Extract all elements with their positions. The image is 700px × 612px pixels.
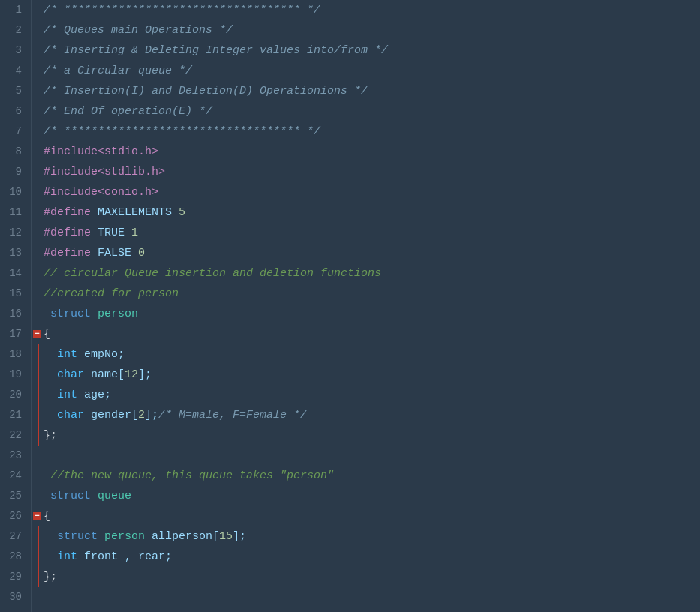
token-comment: /* a Circular queue */ — [44, 61, 192, 81]
token-define-val: 5 — [179, 202, 185, 223]
code-line-18: int empNo; — [44, 344, 700, 364]
token-identifier: ]; — [138, 364, 152, 385]
token-line-comment: //created for person — [44, 284, 179, 304]
line-number-20: 20 — [6, 385, 22, 405]
token-comment: /* Queues main Operations */ — [44, 20, 233, 40]
line-number-7: 7 — [6, 122, 22, 142]
token-type: char — [57, 405, 91, 425]
line-number-16: 16 — [6, 304, 22, 324]
line-number-12: 12 — [6, 223, 22, 243]
token-plain — [44, 466, 50, 486]
token-identifier: allperson[ — [152, 526, 219, 547]
line-number-2: 2 — [6, 20, 22, 40]
code-line-1: /* *********************************** *… — [44, 0, 700, 20]
line-number-19: 19 — [6, 364, 22, 385]
token-type: int — [57, 385, 84, 405]
block-border-18 — [38, 344, 39, 364]
code-line-20: int age; — [44, 385, 700, 405]
token-identifier: front , rear; — [84, 547, 172, 567]
token-plain — [44, 405, 57, 425]
token-plain — [44, 304, 50, 324]
code-line-12: #define TRUE 1 — [44, 223, 700, 243]
token-keyword-struct: struct — [50, 486, 98, 506]
code-line-24: //the new queue, this queue takes "perso… — [44, 466, 700, 486]
token-type: char — [57, 364, 91, 385]
token-comment: /* *********************************** *… — [44, 0, 320, 20]
code-line-19: char name[12]; — [44, 364, 700, 385]
token-comment: /* M=male, F=Female */ — [158, 405, 307, 425]
token-plain — [44, 547, 57, 567]
token-struct-name: person — [104, 526, 152, 547]
line-number-17: 17 — [6, 324, 22, 344]
token-identifier: name[ — [91, 364, 125, 385]
line-number-24: 24 — [6, 466, 22, 486]
line-number-14: 14 — [6, 263, 22, 284]
line-number-27: 27 — [6, 526, 22, 547]
code-line-25: struct queue — [44, 486, 700, 506]
code-line-9: #include<stdlib.h> — [44, 162, 700, 182]
token-plain: { — [44, 324, 50, 344]
token-number: 15 — [219, 526, 233, 547]
line-number-3: 3 — [6, 40, 22, 61]
token-identifier: age; — [84, 385, 111, 405]
line-number-6: 6 — [6, 101, 22, 122]
fold-marker-26[interactable]: − — [33, 512, 41, 520]
token-plain — [44, 486, 50, 506]
block-border-27 — [38, 526, 39, 547]
code-line-10: #include<conio.h> — [44, 182, 700, 202]
token-preprocessor: #include<stdlib.h> — [44, 162, 165, 182]
code-content: /* *********************************** *… — [32, 0, 700, 612]
token-plain — [44, 526, 57, 547]
line-number-29: 29 — [6, 567, 22, 587]
token-comment: /* End Of operation(E) */ — [44, 101, 212, 122]
line-number-26: 26 — [6, 506, 22, 526]
code-line-7: /* *********************************** *… — [44, 122, 700, 142]
code-line-26: −{ — [44, 506, 700, 526]
line-number-15: 15 — [6, 284, 22, 304]
code-line-27: struct person allperson[15]; — [44, 526, 700, 547]
code-line-5: /* Insertion(I) and Deletion(D) Operatio… — [44, 81, 700, 101]
token-type: int — [57, 344, 84, 364]
token-identifier: ]; — [145, 405, 158, 425]
code-line-6: /* End Of operation(E) */ — [44, 101, 700, 122]
token-plain — [44, 364, 57, 385]
line-number-9: 9 — [6, 162, 22, 182]
token-comment: /* Insertion(I) and Deletion(D) Operatio… — [44, 81, 368, 101]
code-line-23 — [44, 446, 700, 466]
line-number-5: 5 — [6, 81, 22, 101]
code-line-30 — [44, 587, 700, 608]
block-border-20 — [38, 385, 39, 405]
code-line-8: #include<stdio.h> — [44, 142, 700, 162]
block-border-22 — [38, 425, 39, 446]
token-number: 12 — [125, 364, 138, 385]
token-plain: { — [44, 506, 50, 526]
code-line-11: #define MAXELEMENTS 5 — [44, 202, 700, 223]
line-number-28: 28 — [6, 547, 22, 567]
line-number-22: 22 — [6, 425, 22, 446]
line-number-4: 4 — [6, 61, 22, 81]
token-preprocessor: #define — [44, 223, 98, 243]
token-struct-name: queue — [98, 486, 131, 506]
code-line-28: int front , rear; — [44, 547, 700, 567]
token-identifier: gender[ — [91, 405, 138, 425]
token-plain — [44, 344, 57, 364]
line-number-10: 10 — [6, 182, 22, 202]
code-line-21: char gender[2];/* M=male, F=Female */ — [44, 405, 700, 425]
token-type: int — [57, 547, 84, 567]
token-plain — [44, 385, 57, 405]
token-define-val: 0 — [138, 243, 145, 263]
token-number: 2 — [138, 405, 145, 425]
line-number-1: 1 — [6, 0, 22, 20]
token-keyword-struct: struct — [50, 304, 98, 324]
fold-marker-17[interactable]: − — [33, 330, 41, 338]
token-define-name: TRUE — [98, 223, 131, 243]
code-line-29: }; — [44, 567, 700, 587]
block-border-28 — [38, 547, 39, 567]
line-number-11: 11 — [6, 202, 22, 223]
code-line-14: // circular Queue insertion and deletion… — [44, 263, 700, 284]
line-number-13: 13 — [6, 243, 22, 263]
code-line-13: #define FALSE 0 — [44, 243, 700, 263]
token-line-comment: // circular Queue insertion and deletion… — [44, 263, 381, 284]
block-border-19 — [38, 364, 39, 385]
line-number-18: 18 — [6, 344, 22, 364]
